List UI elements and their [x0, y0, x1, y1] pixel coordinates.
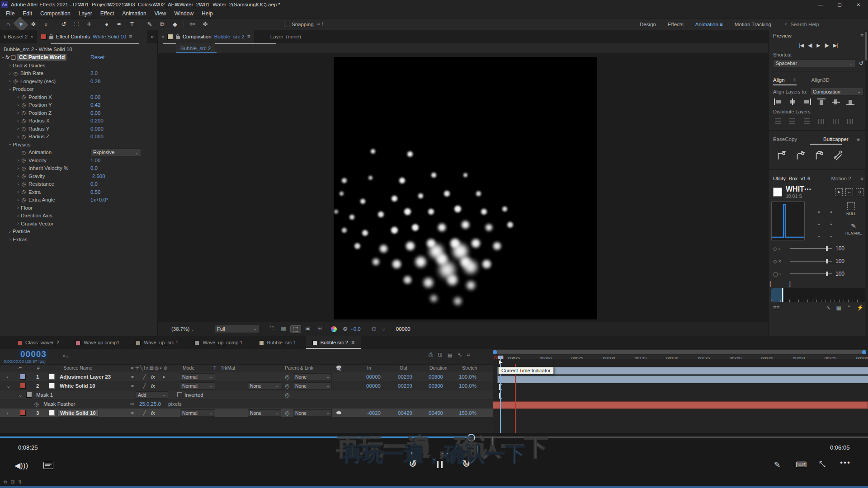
slider-track[interactable] [790, 261, 832, 262]
effect-property-radius-z[interactable]: ›◷Radius Z0.000 [0, 133, 157, 141]
timeline-tab-wave-up-comp1[interactable]: Wave up comp1 [69, 336, 126, 349]
tab-utility-box[interactable]: Utility_Box_v1.6 [773, 176, 810, 181]
video-progress-bar[interactable] [0, 436, 868, 438]
tab-composition[interactable]: × Composition Bubble_src 2 ≡ [158, 30, 254, 43]
quality-icon[interactable]: ╱ [143, 408, 146, 417]
mode-dropdown[interactable]: Normal⌄ [180, 408, 215, 417]
hand-tool[interactable]: ✥ [28, 19, 39, 29]
in-bracket-icon[interactable]: ⌊ [769, 280, 772, 287]
fx-switch-icon[interactable]: fx [151, 381, 155, 390]
effect-property-grid-guides[interactable]: ›Grid & Guides [0, 61, 157, 70]
twirl-icon[interactable]: › [15, 158, 21, 163]
shape-tool[interactable]: ● [101, 19, 113, 29]
forward-30-button[interactable]: ↻30 [462, 458, 470, 470]
effect-property-gravity-vector[interactable]: ›Gravity Vector [0, 220, 157, 228]
stopwatch-icon[interactable]: ◷ [21, 165, 27, 171]
clone-stamp-tool[interactable]: ⧉ [156, 19, 168, 29]
slider-handle[interactable] [826, 259, 828, 263]
fx-badge-icon[interactable]: fx [5, 54, 9, 61]
expand-layers-icon[interactable]: ⧉ [4, 479, 7, 485]
effect-property-longevity-sec-[interactable]: ›◷Longevity (sec)0.28 [0, 77, 157, 85]
align-vertical-center-button[interactable] [832, 99, 840, 105]
menu-view[interactable]: View [151, 10, 170, 17]
link-dimensions-icon[interactable]: ∞ [130, 399, 134, 408]
stretch-value[interactable]: 100.0% [451, 372, 476, 381]
quality-icon[interactable]: ╱ [143, 372, 146, 381]
menu-layer[interactable]: Layer [75, 10, 96, 17]
twirl-icon[interactable]: › [15, 189, 21, 194]
magnification-dropdown[interactable]: (38.7%) ⌄ [171, 326, 194, 332]
shy-icon[interactable]: ⚭ [130, 408, 135, 417]
property-value[interactable]: 0.200 [90, 118, 104, 123]
property-value[interactable]: 0.0 [90, 181, 98, 187]
speed-graph-thumbnail[interactable] [771, 202, 805, 240]
right-panel-scrollbar[interactable] [865, 30, 868, 336]
property-value[interactable]: 0.50 [90, 189, 100, 195]
draft3d-icon[interactable]: ⊞ [438, 352, 443, 358]
stopwatch-icon[interactable]: ◷ [21, 102, 27, 108]
property-value[interactable]: 0.000 [90, 134, 104, 139]
duration-header[interactable]: Duration [429, 365, 448, 371]
workspace-design[interactable]: Design [640, 22, 656, 27]
tab-layer[interactable]: Layer (none) [267, 30, 305, 43]
effect-property-physics[interactable]: ›Physics [0, 141, 157, 149]
more-options-icon[interactable]: ••• [840, 458, 851, 467]
parent-link-header[interactable]: Parent & Link [285, 365, 313, 371]
mask-mode-dropdown[interactable]: Add⌄ [136, 390, 168, 399]
composition-canvas[interactable] [334, 57, 597, 319]
slider-track[interactable] [790, 248, 832, 249]
workspace-effects[interactable]: Effects [668, 22, 684, 27]
shy-icon[interactable]: ⚭ [130, 372, 135, 381]
out-header[interactable]: Out [400, 365, 407, 371]
mask-feather-value[interactable]: 25.0,25.0 [139, 399, 161, 408]
timeline-search[interactable]: ⌕⌄ [62, 352, 69, 359]
subtitle-toggle-icon[interactable] [43, 462, 53, 469]
source-name-header[interactable]: Source Name [63, 365, 92, 371]
stopwatch-icon[interactable]: ◷ [21, 110, 27, 116]
snapping-toggle[interactable]: Snapping ⌗ ⌇ [284, 21, 324, 27]
snapping-checkbox[interactable] [284, 22, 289, 27]
menu-animation[interactable]: Animation [118, 10, 150, 17]
pan-behind-tool[interactable]: ✛ [83, 19, 95, 29]
duration-value[interactable]: 00300 [418, 381, 443, 390]
parent-dropdown[interactable]: None⌄ [293, 381, 332, 390]
menu-help[interactable]: Help [198, 10, 217, 17]
tab-motion[interactable]: Motion 2 [831, 176, 851, 181]
effect-property-birth-rate[interactable]: ›◷Birth Rate2.0 [0, 70, 157, 78]
menu-window[interactable]: Window [170, 10, 198, 17]
mini-flowchart-icon[interactable]: ⎙ [429, 352, 433, 358]
mode-dropdown[interactable]: Normal⌄ [180, 372, 215, 381]
effect-property-inherit-velocity-[interactable]: ›◷Inherit Velocity %0.0 [0, 164, 157, 173]
rotation-slider[interactable]: ▢ ›100 [769, 267, 868, 280]
type-tool[interactable]: T [126, 19, 138, 29]
twirl-icon[interactable]: › [15, 174, 21, 178]
tab-project[interactable]: k Bassel.2 × [0, 30, 37, 43]
quality-icon[interactable]: ╱ [143, 381, 146, 390]
mode-dropdown[interactable]: Normal⌄ [180, 381, 215, 390]
exit-fullscreen-icon[interactable]: ⤡ [819, 460, 826, 469]
pickwhip-icon[interactable]: ◎ [285, 390, 289, 399]
panel-menu-icon[interactable]: ≡ [860, 33, 863, 39]
motion-blur-toggle-icon[interactable]: ⇅ [18, 479, 22, 485]
twirl-icon[interactable]: › [6, 408, 8, 417]
effect-property-radius-y[interactable]: ›◷Radius Y0.000 [0, 125, 157, 133]
timeline-tab-bubble-src-2[interactable]: Bubble src 2≡ [306, 336, 361, 349]
property-dropdown[interactable]: Explosive⌄ [90, 148, 141, 156]
effect-name[interactable]: CC Particle World [17, 54, 66, 61]
tab-align3d[interactable]: Align3D [811, 77, 830, 83]
twirl-icon[interactable]: › [6, 372, 8, 381]
effect-property-position-z[interactable]: ›◷Position Z0.00 [0, 109, 157, 117]
align-right-button[interactable] [803, 99, 811, 105]
menu-file[interactable]: File [2, 10, 19, 17]
panel-menu-icon[interactable]: ≡ [129, 33, 132, 40]
twirl-icon[interactable]: › [15, 213, 21, 218]
align-top-button[interactable] [817, 99, 826, 105]
keyboard-icon[interactable]: ⌨ [796, 460, 807, 469]
play-button[interactable]: ▶ [816, 42, 820, 48]
pen-tool[interactable]: ✒ [113, 19, 125, 29]
guides-icon[interactable]: ⊞ [315, 325, 325, 333]
effect-property-resistance[interactable]: ›◷Resistance0.0 [0, 180, 157, 188]
slider-handle[interactable] [826, 246, 828, 251]
twirl-icon[interactable]: › [15, 166, 21, 171]
cap-angle-button[interactable] [832, 149, 844, 162]
